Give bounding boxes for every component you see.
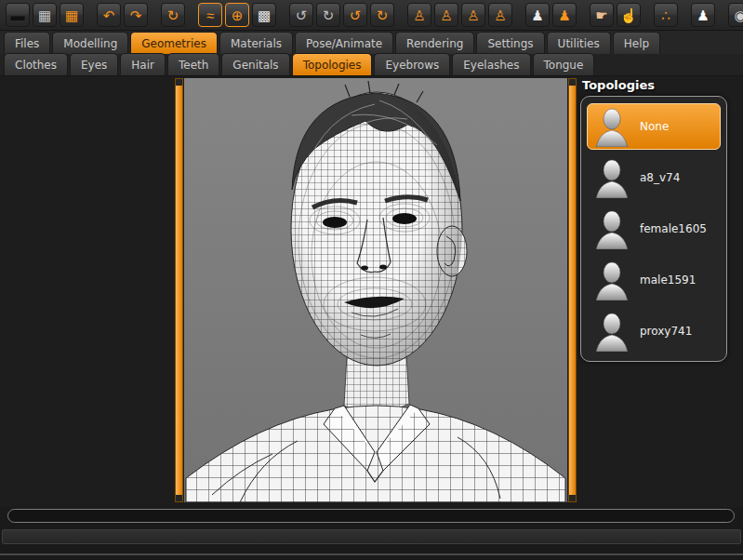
topology-label: proxy741 bbox=[640, 325, 692, 338]
view-front-icon: ♙ bbox=[467, 8, 479, 22]
save-icon: ▦ bbox=[38, 8, 51, 22]
background-grid-icon: ▩ bbox=[258, 8, 271, 22]
undo-button[interactable]: ↶ bbox=[97, 3, 121, 27]
topology-item-male1591[interactable]: male1591 bbox=[587, 257, 721, 303]
topology-label: female1605 bbox=[640, 222, 707, 235]
subtab-eyelashes[interactable]: Eyelashes bbox=[452, 53, 530, 75]
view-front-button[interactable]: ♙ bbox=[461, 3, 485, 27]
undo-icon: ↶ bbox=[103, 8, 115, 22]
subtab-eyes[interactable]: Eyes bbox=[70, 53, 118, 75]
view-side-button[interactable]: ♙ bbox=[488, 3, 512, 27]
viewport-slider-right[interactable] bbox=[568, 78, 577, 502]
zoom-face-icon: ♙ bbox=[413, 8, 425, 22]
subtab-hair[interactable]: Hair bbox=[120, 53, 166, 75]
grab-hand-icon: ☛ bbox=[595, 8, 607, 22]
wireframe-head-model bbox=[184, 78, 567, 502]
topology-label: a8_v74 bbox=[640, 171, 680, 184]
topology-thumbnail-icon bbox=[591, 260, 632, 300]
rotate-right-button[interactable]: ↻ bbox=[316, 3, 340, 27]
topology-item-none[interactable]: None bbox=[587, 103, 721, 150]
smooth-toggle-button[interactable]: ≈ bbox=[198, 3, 222, 27]
body-white-icon: ♟ bbox=[531, 8, 543, 22]
topologies-panel: Topologies None bbox=[580, 78, 727, 362]
topology-thumbnail-icon bbox=[591, 106, 632, 147]
topology-item-proxy741[interactable]: proxy741 bbox=[587, 308, 721, 354]
rotate-up-icon: ↺ bbox=[350, 8, 362, 22]
tab-rendering[interactable]: Rendering bbox=[395, 32, 474, 54]
progress-bar bbox=[7, 509, 735, 523]
point-hand-button[interactable]: ☝ bbox=[617, 3, 641, 27]
topology-thumbnail-icon bbox=[591, 157, 632, 198]
rotate-right-icon: ↻ bbox=[323, 8, 335, 22]
reload-icon: ↻ bbox=[167, 8, 179, 22]
smooth-toggle-icon: ≈ bbox=[206, 8, 214, 22]
zoom-body-button[interactable]: ♙ bbox=[434, 3, 458, 27]
rotate-up-button[interactable]: ↺ bbox=[343, 3, 367, 27]
subtab-topologies[interactable]: Topologies bbox=[292, 53, 373, 75]
rotate-down-icon: ↻ bbox=[377, 8, 389, 22]
pose-figure-icon: ♟ bbox=[697, 8, 709, 22]
rotate-left-icon: ↺ bbox=[296, 8, 308, 22]
camera-button[interactable]: ◉ bbox=[728, 3, 743, 27]
tab-utilities[interactable]: Utilities bbox=[547, 32, 611, 54]
bottom-divider bbox=[0, 553, 743, 555]
topology-item-a8-v74[interactable]: a8_v74 bbox=[587, 154, 721, 201]
redo-icon: ↷ bbox=[130, 8, 142, 22]
export-icon: ▦ bbox=[65, 8, 78, 22]
point-hand-icon: ☝ bbox=[620, 8, 638, 22]
zoom-body-icon: ♙ bbox=[440, 8, 452, 22]
tab-help[interactable]: Help bbox=[613, 32, 660, 54]
camera-icon: ◉ bbox=[734, 8, 743, 22]
topology-list: None a8_v74 bbox=[580, 96, 727, 362]
mesh-pill-button[interactable]: ▬ bbox=[6, 3, 30, 27]
wireframe-toggle-icon: ⊕ bbox=[232, 8, 244, 22]
main-tab-bar: Files Modelling Geometries Materials Pos… bbox=[0, 31, 743, 54]
makehuman-window: ▬ ▦ ▦ ↶ ↷ ↻ ≈ bbox=[0, 0, 743, 560]
rotate-left-button[interactable]: ↺ bbox=[289, 3, 313, 27]
viewport-slider-left[interactable] bbox=[175, 78, 183, 502]
grab-hand-button[interactable]: ☛ bbox=[590, 3, 614, 27]
background-grid-button[interactable]: ▩ bbox=[252, 3, 276, 27]
sub-tab-bar: Clothes Eyes Hair Teeth Genitals Topolog… bbox=[0, 54, 743, 76]
export-button[interactable]: ▦ bbox=[60, 3, 84, 27]
redo-button[interactable]: ↷ bbox=[124, 3, 148, 27]
status-bar bbox=[2, 529, 741, 544]
tab-modelling[interactable]: Modelling bbox=[52, 32, 128, 54]
workspace: Topologies None bbox=[0, 76, 743, 507]
topology-thumbnail-icon bbox=[591, 311, 632, 352]
topology-label: male1591 bbox=[640, 273, 696, 287]
toolbar: ▬ ▦ ▦ ↶ ↷ ↻ ≈ bbox=[0, 0, 743, 31]
mesh-pill-icon: ▬ bbox=[11, 8, 25, 22]
topology-item-female1605[interactable]: female1605 bbox=[587, 206, 721, 252]
rotate-down-button[interactable]: ↻ bbox=[370, 3, 394, 27]
body-white-button[interactable]: ♟ bbox=[525, 3, 550, 27]
subtab-eyebrows[interactable]: Eyebrows bbox=[374, 53, 450, 75]
subtab-clothes[interactable]: Clothes bbox=[4, 53, 68, 75]
tab-materials[interactable]: Materials bbox=[219, 32, 293, 54]
panel-title: Topologies bbox=[580, 78, 727, 96]
viewport-3d[interactable] bbox=[184, 78, 567, 502]
subtab-tongue[interactable]: Tongue bbox=[533, 53, 595, 75]
zoom-face-button[interactable]: ♙ bbox=[407, 3, 431, 27]
reload-button[interactable]: ↻ bbox=[161, 3, 185, 27]
body-orange-button[interactable]: ♟ bbox=[552, 3, 577, 27]
feet-icon: ∴ bbox=[661, 8, 670, 22]
topology-thumbnail-icon bbox=[591, 208, 632, 249]
feet-button[interactable]: ∴ bbox=[654, 3, 678, 27]
subtab-genitals[interactable]: Genitals bbox=[221, 53, 289, 75]
tab-files[interactable]: Files bbox=[4, 32, 50, 54]
tab-pose-animate[interactable]: Pose/Animate bbox=[295, 32, 393, 54]
topology-label: None bbox=[640, 120, 669, 133]
tab-settings[interactable]: Settings bbox=[476, 32, 544, 54]
subtab-teeth[interactable]: Teeth bbox=[167, 53, 219, 75]
wireframe-toggle-button[interactable]: ⊕ bbox=[225, 3, 249, 27]
pose-figure-button[interactable]: ♟ bbox=[691, 3, 715, 27]
body-orange-icon: ♟ bbox=[558, 8, 570, 22]
save-button[interactable]: ▦ bbox=[33, 3, 57, 27]
view-side-icon: ♙ bbox=[494, 8, 506, 22]
tab-geometries[interactable]: Geometries bbox=[130, 32, 218, 54]
